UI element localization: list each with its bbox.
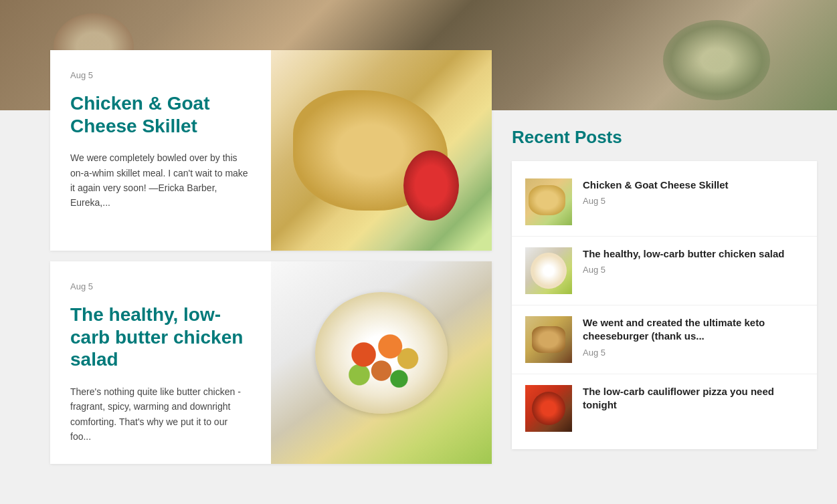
recent-post-title: Chicken & Goat Cheese Skillet xyxy=(583,178,804,192)
recent-posts-heading: Recent Posts xyxy=(512,127,817,148)
sidebar: Recent Posts Chicken & Goat Cheese Skill… xyxy=(505,114,837,477)
recent-post-title: The healthy, low-carb butter chicken sal… xyxy=(583,247,804,261)
recent-post-date: Aug 5 xyxy=(583,196,804,206)
recent-post-thumbnail xyxy=(525,247,572,294)
recent-post-date: Aug 5 xyxy=(583,348,804,358)
post-excerpt: We were completely bowled over by this o… xyxy=(70,150,251,211)
post-date: Aug 5 xyxy=(70,70,251,80)
post-title[interactable]: Chicken & Goat Cheese Skillet xyxy=(70,92,251,137)
post-excerpt: There's nothing quite like butter chicke… xyxy=(70,384,251,445)
recent-post-title: We went and created the ultimate keto ch… xyxy=(583,316,804,344)
recent-post-item[interactable]: Chicken & Goat Cheese Skillet Aug 5 xyxy=(512,168,817,237)
recent-post-info: We went and created the ultimate keto ch… xyxy=(583,316,804,358)
recent-post-thumbnail xyxy=(525,385,572,432)
page-wrapper: Aug 5 Chicken & Goat Cheese Skillet We w… xyxy=(0,0,837,477)
main-content: Aug 5 Chicken & Goat Cheese Skillet We w… xyxy=(0,50,505,477)
recent-post-date: Aug 5 xyxy=(583,265,804,275)
post-card: Aug 5 Chicken & Goat Cheese Skillet We w… xyxy=(50,50,492,251)
post-date: Aug 5 xyxy=(70,281,251,291)
post-card: Aug 5 The healthy, low-carb butter chick… xyxy=(50,261,492,464)
recent-post-info: The healthy, low-carb butter chicken sal… xyxy=(583,247,804,275)
recent-post-item[interactable]: We went and created the ultimate keto ch… xyxy=(512,305,817,374)
recent-post-item[interactable]: The low-carb cauliflower pizza you need … xyxy=(512,374,817,443)
recent-post-title: The low-carb cauliflower pizza you need … xyxy=(583,385,804,412)
post-card-text: Aug 5 Chicken & Goat Cheese Skillet We w… xyxy=(50,50,271,251)
recent-post-thumbnail xyxy=(525,316,572,363)
recent-post-info: Chicken & Goat Cheese Skillet Aug 5 xyxy=(583,178,804,206)
recent-post-item[interactable]: The healthy, low-carb butter chicken sal… xyxy=(512,237,817,305)
recent-post-info: The low-carb cauliflower pizza you need … xyxy=(583,385,804,416)
recent-posts-container: Chicken & Goat Cheese Skillet Aug 5 The … xyxy=(512,161,817,449)
post-card-image xyxy=(271,50,492,251)
post-title[interactable]: The healthy, low-carb butter chicken sal… xyxy=(70,303,251,371)
recent-post-thumbnail xyxy=(525,178,572,225)
post-card-image xyxy=(271,261,492,464)
post-card-text: Aug 5 The healthy, low-carb butter chick… xyxy=(50,261,271,464)
